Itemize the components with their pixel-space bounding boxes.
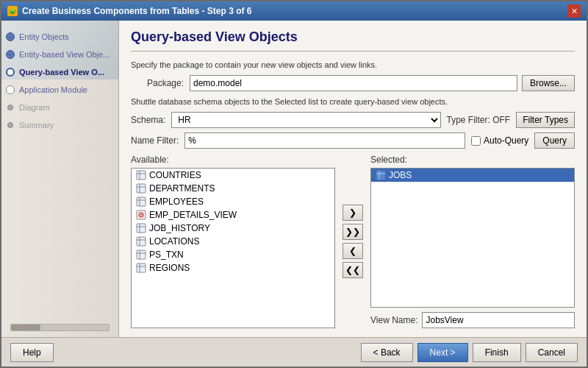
type-filter-label: Type Filter: OFF: [447, 115, 511, 125]
sidebar-label-2: Entity-based View Obje...: [19, 50, 110, 59]
finish-button[interactable]: Finish: [473, 343, 521, 362]
next-button[interactable]: Next >: [417, 343, 468, 362]
svg-point-11: [140, 214, 142, 216]
view-icon: [136, 210, 146, 220]
sidebar-label-5: Diagram: [19, 103, 50, 112]
auto-query-checkbox[interactable]: [471, 136, 481, 146]
sidebar: ✓ Entity Objects ✓ Entity-based View Obj…: [1, 21, 119, 337]
move-left-button[interactable]: ❮: [343, 243, 363, 259]
shuttle-area: Available: COUNTRIES DEPARTMENTS EMPL: [131, 155, 575, 328]
sidebar-item-app-module[interactable]: Application Module: [1, 81, 118, 99]
app-icon: 🧩: [7, 6, 18, 16]
step-indicator-3: [6, 68, 15, 77]
window-title: Create Business Components from Tables -…: [22, 6, 252, 16]
cancel-button[interactable]: Cancel: [526, 343, 578, 362]
sidebar-label-1: Entity Objects: [19, 32, 69, 41]
svg-rect-6: [137, 197, 146, 206]
view-name-input[interactable]: [422, 312, 575, 328]
package-label: Package:: [131, 78, 190, 88]
move-all-right-button[interactable]: ❯❯: [343, 224, 363, 240]
schema-label: Schema:: [131, 115, 165, 125]
footer: Help < Back Next > Finish Cancel: [1, 337, 587, 367]
content-area: ✓ Entity Objects ✓ Entity-based View Obj…: [1, 21, 587, 337]
step-indicator-2: ✓: [6, 50, 15, 59]
list-item[interactable]: EMPLOYEES: [132, 195, 334, 208]
main-panel: Query-based View Objects Specify the pac…: [119, 21, 587, 337]
svg-rect-0: [137, 171, 146, 180]
step-indicator-6: [7, 122, 13, 128]
auto-query-label: Auto-Query: [484, 135, 528, 146]
name-filter-row: Name Filter: Auto-Query Query: [131, 132, 575, 149]
step-indicator-4: [6, 85, 15, 94]
panel-title: Query-based View Objects: [131, 29, 575, 52]
selected-panel: Selected: JOBS View Name:: [370, 155, 575, 328]
list-item[interactable]: EMP_DETAILS_VIEW: [132, 208, 334, 222]
selected-list[interactable]: JOBS: [370, 168, 575, 308]
name-filter-label: Name Filter:: [131, 135, 179, 146]
view-name-row: View Name:: [370, 312, 575, 328]
list-item[interactable]: JOB_HISTORY: [132, 222, 334, 235]
sidebar-label-3: Query-based View O...: [19, 68, 104, 77]
available-list[interactable]: COUNTRIES DEPARTMENTS EMPLOYEES EMP: [131, 168, 335, 328]
help-button[interactable]: Help: [10, 343, 54, 362]
selected-label: Selected:: [370, 155, 575, 165]
sidebar-label-6: Summary: [19, 121, 54, 130]
step-indicator-1: ✓: [6, 32, 15, 41]
svg-rect-21: [137, 263, 146, 272]
package-input[interactable]: [190, 75, 517, 91]
step-indicator-5: [7, 105, 13, 110]
available-label: Available:: [131, 155, 335, 165]
title-bar: 🧩 Create Business Components from Tables…: [1, 1, 587, 21]
close-button[interactable]: ✕: [567, 4, 581, 18]
table-icon: [136, 236, 146, 247]
package-row: Package: Browse...: [131, 75, 575, 91]
sidebar-item-entity-view[interactable]: ✓ Entity-based View Obje...: [1, 46, 118, 63]
move-right-button[interactable]: ❯: [343, 205, 363, 221]
description-shuttle: Shuttle database schema objects to the S…: [131, 97, 575, 106]
sidebar-item-diagram: Diagram: [1, 99, 118, 116]
sidebar-scrollbar[interactable]: [10, 324, 110, 331]
list-item[interactable]: DEPARTMENTS: [132, 182, 334, 195]
filter-types-button[interactable]: Filter Types: [516, 112, 575, 128]
shuttle-buttons: ❯ ❯❯ ❮ ❮❮: [340, 155, 366, 328]
footer-right: < Back Next > Finish Cancel: [361, 343, 578, 362]
schema-select[interactable]: HR SYS SCOTT: [171, 112, 440, 128]
sidebar-item-query-view[interactable]: Query-based View O...: [1, 63, 118, 81]
list-item[interactable]: LOCATIONS: [132, 235, 334, 248]
list-item[interactable]: PS_TXN: [132, 248, 334, 261]
table-icon: [136, 170, 146, 180]
available-panel: Available: COUNTRIES DEPARTMENTS EMPL: [131, 155, 335, 328]
back-button[interactable]: < Back: [361, 343, 413, 362]
svg-rect-18: [137, 250, 146, 259]
table-icon: [136, 183, 146, 194]
table-icon: [136, 197, 146, 207]
auto-query-group: Auto-Query: [471, 135, 528, 146]
view-name-label: View Name:: [370, 315, 417, 325]
move-all-left-button[interactable]: ❮❮: [343, 262, 363, 278]
sidebar-item-entity-objects[interactable]: ✓ Entity Objects: [1, 28, 118, 46]
sidebar-item-summary: Summary: [1, 116, 118, 134]
schema-row: Schema: HR SYS SCOTT Type Filter: OFF Fi…: [131, 112, 575, 128]
query-button[interactable]: Query: [534, 132, 575, 149]
footer-left: Help: [10, 343, 54, 362]
browse-button[interactable]: Browse...: [522, 75, 575, 91]
table-icon: [136, 223, 146, 233]
sidebar-scrollbar-thumb: [11, 325, 40, 330]
svg-rect-12: [137, 224, 146, 233]
table-icon: [136, 250, 146, 260]
svg-rect-3: [137, 184, 146, 193]
list-item-jobs[interactable]: JOBS: [371, 169, 574, 182]
list-item[interactable]: COUNTRIES: [132, 169, 334, 182]
table-icon: [136, 263, 146, 273]
main-window: 🧩 Create Business Components from Tables…: [0, 0, 588, 368]
list-item[interactable]: REGIONS: [132, 261, 334, 275]
svg-rect-15: [137, 237, 146, 246]
table-icon-jobs: [376, 170, 386, 180]
name-filter-input[interactable]: [184, 132, 465, 149]
svg-rect-24: [376, 171, 385, 180]
sidebar-label-4: Application Module: [19, 85, 87, 94]
description-package: Specify the package to contain your new …: [131, 60, 575, 69]
